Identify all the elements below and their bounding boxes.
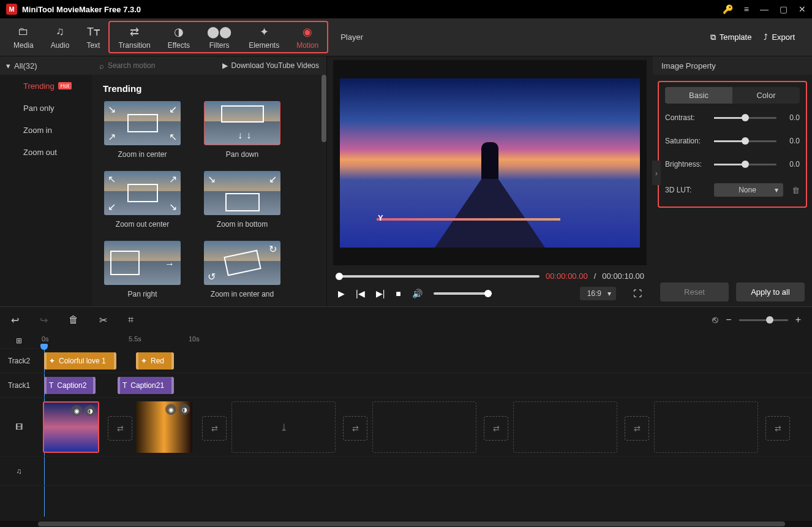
transition-slot[interactable]: ⇄ [202,416,227,441]
collapse-handle-icon[interactable]: › [652,161,661,185]
audio-track[interactable] [38,457,812,486]
saturation-slider[interactable] [714,140,776,142]
crop-icon[interactable]: ⌗ [128,314,133,325]
export-button[interactable]: ⤴ Export [764,32,795,42]
transition-slot[interactable]: ⇄ [765,416,790,441]
tab-filters[interactable]: ⬤⬤ Filters [198,22,240,52]
stop-icon[interactable]: ■ [396,289,400,298]
highlighted-tool-group: ⇄ Transition ◑ Effects ⬤⬤ Filters ✦ Elem… [108,21,328,53]
category-zoom-in[interactable]: Zoom in [0,119,92,141]
property-title: Image Property [653,56,812,75]
search-input[interactable] [108,61,222,70]
transition-slot[interactable]: ⇄ [108,416,132,441]
motion-thumb[interactable]: ↘↙ ↗↖ Zoom in center [104,101,181,159]
category-zoom-out[interactable]: Zoom out [0,141,92,163]
player-label: Player [328,18,375,56]
app-logo-icon: M [6,4,17,15]
motion-thumb[interactable]: ↓↓ Pan down [204,101,280,159]
track2-label: Track2 [0,349,38,373]
magnet-icon[interactable]: ⎋ [712,314,718,325]
app-title: MiniTool MovieMaker Free 7.3.0 [22,5,723,14]
transition-slot[interactable]: ⇄ [484,416,508,441]
fullscreen-icon[interactable]: ⛶ [633,289,642,298]
text-clip[interactable]: TCaption21 [118,377,174,394]
tab-audio[interactable]: ♫ Audio [42,18,78,56]
drop-slot[interactable] [372,401,476,453]
horizontal-scrollbar[interactable] [0,521,812,527]
export-icon: ⤴ [764,32,768,42]
video-preview[interactable]: Y [333,60,647,265]
volume-slider[interactable] [434,292,492,295]
effect-clip[interactable]: ✦Colorful love 1 [44,352,116,370]
video-track[interactable]: ◉◑ ⇄ ◉◑ ⇄ ⤓ ⇄ ⇄ ⇄ ⇄ [38,398,812,457]
reset-button[interactable]: Reset [660,282,729,301]
category-trending[interactable]: Trending Hot [0,75,92,97]
saturation-label: Saturation: [665,137,709,145]
tab-text[interactable]: Tᴛ Text [78,18,108,56]
motion-thumb[interactable]: ↻↺ Zoom in center and [204,241,280,298]
vertical-scrollbar[interactable] [321,75,326,142]
video-clip[interactable]: ◉◑ [136,401,192,453]
tab-color[interactable]: Color [732,87,800,104]
template-button[interactable]: ⧉ Template [710,32,752,42]
lut-select[interactable]: None [714,183,783,197]
maximize-icon[interactable]: ▢ [780,4,788,14]
tab-transition[interactable]: ⇄ Transition [110,22,159,52]
close-icon[interactable]: ✕ [799,4,806,14]
text-clip[interactable]: TCaption2 [44,377,96,394]
tab-elements[interactable]: ✦ Elements [240,22,288,52]
drop-slot[interactable]: ⤓ [231,401,336,453]
split-icon[interactable]: ✂ [99,314,107,326]
menu-icon[interactable]: ≡ [744,4,749,14]
redo-icon[interactable]: ↪ [40,314,48,326]
contrast-label: Contrast: [665,113,709,122]
track-1[interactable]: TCaption2 TCaption21 [38,373,812,398]
transition-slot[interactable]: ⇄ [343,416,367,441]
transition-slot[interactable]: ⇄ [625,416,649,441]
effect-clip[interactable]: ✦Red [136,352,174,370]
add-track-icon[interactable]: ⊞ [0,333,38,349]
tab-effects[interactable]: ◑ Effects [159,22,198,52]
motion-badge-icon: ◉ [165,404,176,415]
lut-label: 3D LUT: [665,186,709,194]
trash-icon[interactable]: 🗑 [792,186,800,195]
apply-all-button[interactable]: Apply to all [736,282,805,301]
hot-badge: Hot [58,82,72,89]
contrast-slider[interactable] [714,117,776,119]
drop-slot[interactable] [654,401,758,453]
tab-media[interactable]: 🗀 Media [5,18,42,56]
overlay-text: Y [378,213,383,222]
aspect-ratio-select[interactable]: 16:9 [580,287,616,300]
zoom-in-icon[interactable]: + [795,314,801,325]
tab-motion[interactable]: ◉ Motion [288,22,327,52]
text-t-icon: T [122,381,127,390]
license-key-icon[interactable]: 🔑 [723,4,733,14]
zoom-slider[interactable] [739,319,788,321]
section-title: Trending [92,75,326,99]
download-youtube-link[interactable]: ▶ Download YouTube Videos [222,61,319,70]
template-icon: ⧉ [710,32,716,42]
next-frame-icon[interactable]: ▶| [376,289,385,298]
time-current: 00:00:00.00 [546,271,588,281]
zoom-out-icon[interactable]: − [726,314,731,325]
timeline-ruler[interactable]: 0s 5.5s 10s [38,333,812,349]
progress-slider[interactable] [336,275,539,278]
sparkle-icon: ✦ [141,357,147,365]
motion-thumb[interactable]: → Pan right [104,241,181,298]
saturation-value: 0.0 [781,137,800,145]
motion-thumb[interactable]: ↘↙ Zoom in bottom [204,171,280,229]
play-icon[interactable]: ▶ [338,289,345,298]
tab-basic[interactable]: Basic [665,87,732,104]
brightness-slider[interactable] [714,164,776,165]
category-header[interactable]: ▾ All(32) [0,56,92,75]
minimize-icon[interactable]: — [760,4,769,14]
undo-icon[interactable]: ↩ [11,314,19,326]
delete-icon[interactable]: 🗑 [69,314,78,325]
video-clip[interactable]: ◉◑ [43,401,99,453]
drop-slot[interactable] [513,401,617,453]
volume-icon[interactable]: 🔊 [412,289,423,298]
track-2[interactable]: ✦Colorful love 1 ✦Red [38,349,812,373]
prev-frame-icon[interactable]: |◀ [356,289,365,298]
motion-thumb[interactable]: ↖↗ ↙↘ Zoom out center [104,171,181,229]
category-pan-only[interactable]: Pan only [0,97,92,119]
